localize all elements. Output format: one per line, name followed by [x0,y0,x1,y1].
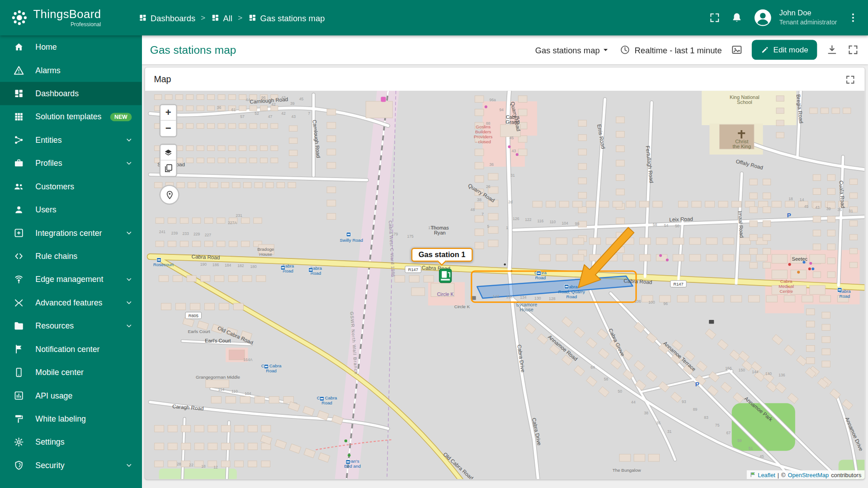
advanced-icon [13,297,24,308]
zoom-out-button[interactable]: − [160,121,176,136]
svg-text:140: 140 [765,371,772,376]
sidebar-item-entities[interactable]: Entities [0,128,142,151]
breadcrumb-item[interactable]: Gas stations map [248,13,325,23]
sidebar-item-label: Home [35,42,134,52]
breadcrumb-label: Dashboards [151,13,195,23]
svg-text:7: 7 [308,111,310,116]
chevron-down-icon [124,460,134,470]
svg-text:61: 61 [231,108,236,112]
dashboard-state-selector[interactable]: Gas stations map [535,45,611,55]
timewindow-button[interactable]: Realtime - last 1 minute [620,44,722,55]
sidebar-item-white-labeling[interactable]: White labeling [0,407,142,430]
layers-icon [163,147,173,157]
svg-text:36: 36 [217,105,222,110]
sidebar-item-mobile-center[interactable]: Mobile center [0,361,142,384]
zoom-in-button[interactable]: + [160,105,176,121]
chevron-down-icon [124,274,134,284]
svg-text:106: 106 [635,299,642,304]
more-menu-button[interactable] [847,12,859,24]
svg-text:38: 38 [477,197,481,202]
state-selector-value: Gas stations map [535,45,600,55]
settings-icon [13,436,24,447]
svg-text:58: 58 [604,377,609,381]
svg-text:1: 1 [506,225,508,230]
svg-text:35: 35 [838,207,842,212]
svg-text:42: 42 [271,102,276,107]
fullscreen-button[interactable] [708,12,721,24]
svg-text:18: 18 [788,197,793,201]
widget-expand-button[interactable] [845,74,856,85]
svg-text:BradogeHouse: BradogeHouse [257,247,274,257]
expand-dashboard-button[interactable] [847,44,859,56]
breadcrumb-separator: > [201,13,205,22]
sidebar-item-users[interactable]: Users [0,198,142,221]
map-container[interactable]: R147R147R805 Carnlough RoadCarnlough Roa… [145,91,865,479]
sidebar-item-dashboards[interactable]: Dashboards [0,82,142,105]
svg-text:175: 175 [407,234,414,239]
svg-text:45: 45 [509,136,514,140]
gas-station-marker[interactable] [439,269,452,283]
svg-text:P: P [787,212,791,219]
map-type-button[interactable] [160,160,176,176]
svg-text:128: 128 [549,296,556,301]
dashboards-icon [138,13,147,22]
svg-text:Grangegorman Middle: Grangegorman Middle [196,375,240,380]
svg-text:75: 75 [715,423,720,427]
dashboard-image-button[interactable] [731,44,743,56]
sidebar-item-resources[interactable]: Resources [0,314,142,338]
zoom-control: + − [160,104,177,137]
breadcrumb-item[interactable]: Dashboards [138,13,195,23]
svg-text:CabraMedicalCentre: CabraMedicalCentre [778,279,794,294]
svg-text:52: 52 [255,111,259,116]
sidebar-item-settings[interactable]: Settings [0,431,142,454]
breadcrumb-item[interactable]: All [211,13,232,23]
svg-text:164A: 164A [243,357,252,362]
sidebar-item-alarms[interactable]: Alarms [0,59,142,82]
sidebar-item-label: Advanced features [35,298,124,307]
leaflet-flag-icon [750,472,755,477]
svg-text:184: 184 [225,263,231,267]
brand-logo[interactable]: ThingsBoard Professional [10,8,138,27]
svg-text:88: 88 [486,121,491,126]
dashboards-icon [211,13,220,22]
sidebar-item-profiles[interactable]: Profiles [0,152,142,175]
leaflet-link[interactable]: Leaflet [758,471,775,478]
copyright-symbol: © [781,471,785,478]
sidebar-item-edge-management[interactable]: Edge management [0,268,142,291]
user-role: Tenant administrator [779,19,837,27]
svg-text:233: 233 [182,231,189,236]
svg-text:179b: 179b [428,225,437,230]
layers-button[interactable] [160,145,176,160]
svg-text:51: 51 [749,446,753,450]
sidebar-item-integrations-center[interactable]: Integrations center [0,221,142,244]
svg-text:134: 134 [520,295,527,300]
user-name: John Doe [779,9,837,19]
integrations-icon [13,227,24,238]
sidebar-item-customers[interactable]: Customers [0,175,142,198]
sidebar-item-api-usage[interactable]: API usage [0,384,142,407]
edit-mode-button[interactable]: Edit mode [752,40,817,60]
user-avatar[interactable] [753,8,773,28]
map-canvas[interactable]: R147R147R805 Carnlough RoadCarnlough Roa… [145,91,865,479]
api-icon [13,390,24,401]
attribution-separator: | [778,471,779,478]
chevron-down-icon [124,158,134,168]
svg-text:136: 136 [778,373,785,377]
sidebar-item-solution-templates[interactable]: Solution templatesNEW [0,105,142,128]
topbar-actions: John Doe Tenant administrator [708,8,859,28]
white-labeling-icon [13,413,24,424]
notifications-button[interactable] [731,12,743,24]
download-button[interactable] [826,44,838,56]
sidebar-item-security[interactable]: Security [0,454,142,477]
gas-station-tooltip[interactable]: Gas station 1 [411,248,473,262]
osm-link[interactable]: OpenStreetMap [788,471,829,478]
clock-icon [620,44,631,55]
sidebar-item-label: Resources [35,321,124,330]
map-pin-icon [164,189,175,200]
sidebar-item-notification-center[interactable]: Notification center [0,338,142,361]
locate-button[interactable] [160,185,179,205]
caret-down-icon [601,45,611,55]
sidebar-item-advanced-features[interactable]: Advanced features [0,291,142,314]
sidebar-item-rule-chains[interactable]: Rule chains [0,244,142,267]
sidebar-item-home[interactable]: Home [0,35,142,58]
